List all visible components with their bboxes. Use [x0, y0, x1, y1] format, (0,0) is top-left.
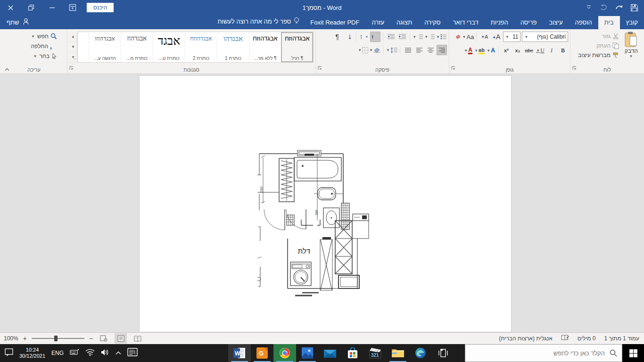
- ltr-text-direction-button[interactable]: ¶: [359, 32, 369, 42]
- style-subtle-emphasis[interactable]: אבגדהוזוהדגשה ע...: [89, 32, 121, 62]
- taskbar-clock[interactable]: 10:24 30/12/2021: [19, 347, 45, 359]
- redo-icon[interactable]: [612, 1, 626, 14]
- document-page[interactable]: 230 389: [139, 75, 512, 332]
- multilevel-list-button[interactable]: ai▼: [413, 32, 423, 42]
- superscript-button[interactable]: x²: [501, 45, 512, 56]
- borders-button[interactable]: ▼: [358, 45, 368, 55]
- zoom-slider[interactable]: [32, 338, 84, 339]
- line-spacing-button[interactable]: ▼: [386, 45, 397, 55]
- justify-button[interactable]: [403, 45, 413, 55]
- tab-references[interactable]: הפניות: [485, 16, 514, 29]
- align-right-button[interactable]: [437, 45, 447, 55]
- align-center-button[interactable]: [425, 45, 436, 55]
- tell-me-box[interactable]: ספר לי מה אתה רוצה לעשות: [213, 14, 304, 29]
- select-button[interactable]: בחר▼: [9, 52, 58, 60]
- zoom-slider-thumb[interactable]: [54, 336, 58, 341]
- zoom-to-page-icon[interactable]: [98, 333, 110, 344]
- font-color-button[interactable]: A▼: [463, 45, 473, 56]
- style-subtitle[interactable]: אבגדהוזכותרת מ...: [121, 32, 153, 62]
- collapse-ribbon-icon[interactable]: [5, 67, 9, 72]
- taskbar-search[interactable]: [465, 344, 622, 362]
- zoom-out-button[interactable]: −: [89, 335, 93, 342]
- word-count[interactable]: 0 מילים: [578, 335, 596, 342]
- clear-formatting-button[interactable]: A: [451, 32, 462, 42]
- start-button[interactable]: [622, 344, 644, 362]
- tab-design[interactable]: עיצוב: [543, 16, 569, 29]
- subscript-button[interactable]: x₂: [512, 45, 523, 56]
- proofing-icon[interactable]: [561, 335, 569, 343]
- underline-button[interactable]: U▼: [535, 45, 545, 56]
- font-size-select[interactable]: 11▼: [503, 32, 521, 42]
- show-hidden-icons-chevron[interactable]: [116, 350, 121, 356]
- taskbar-app-explorer[interactable]: [387, 344, 409, 362]
- font-dialog-launcher-icon[interactable]: [451, 64, 455, 72]
- tab-review[interactable]: סקירה: [418, 16, 446, 29]
- volume-icon[interactable]: [101, 349, 109, 358]
- format-painter-button[interactable]: מברשת עיצוב: [577, 51, 620, 59]
- sort-button[interactable]: את: [343, 32, 354, 42]
- tab-help[interactable]: עזרה: [365, 16, 390, 29]
- style-title[interactable]: אבגדכותרת ט...: [153, 32, 185, 62]
- tab-view[interactable]: תצוגה: [390, 16, 418, 29]
- taskbar-app-word[interactable]: W: [228, 344, 251, 362]
- style-normal[interactable]: אבגדהוזח¶ רגיל: [281, 32, 313, 62]
- tab-mailings[interactable]: דברי דואר: [447, 16, 485, 29]
- find-button[interactable]: חפש▼: [9, 33, 58, 40]
- style-heading1[interactable]: אבגדהוכותרת 1: [217, 32, 249, 62]
- taskbar-app-foxit[interactable]: G: [251, 344, 273, 362]
- customize-qat-icon[interactable]: [582, 1, 596, 14]
- taskbar-app-photos[interactable]: [296, 344, 319, 362]
- cut-button[interactable]: גזור: [577, 33, 620, 40]
- language-indicator[interactable]: אנגלית (ארצות הברית): [499, 335, 552, 342]
- print-layout-view-icon[interactable]: [115, 333, 127, 344]
- taskbar-app-chrome[interactable]: [273, 344, 296, 362]
- taskbar-app-edge[interactable]: [409, 344, 432, 362]
- language-switcher[interactable]: ENG: [51, 350, 64, 356]
- styles-expand-icon[interactable]: ▼̲: [69, 52, 77, 63]
- grow-font-button[interactable]: A▲: [491, 32, 502, 42]
- copy-button[interactable]: העתק: [577, 42, 620, 49]
- clipboard-dialog-launcher-icon[interactable]: [572, 64, 577, 72]
- shrink-font-button[interactable]: A▼: [479, 32, 490, 42]
- style-heading2[interactable]: אבגדהוזחכותרת 2: [185, 32, 217, 62]
- paste-button[interactable]: הדבק▼: [620, 31, 642, 59]
- zoom-in-button[interactable]: +: [23, 335, 27, 342]
- read-mode-view-icon[interactable]: [132, 333, 144, 344]
- numbering-button[interactable]: 123▼: [424, 32, 435, 42]
- zoom-level[interactable]: 100%: [4, 335, 18, 342]
- tab-home[interactable]: בית: [598, 16, 620, 29]
- styles-dialog-launcher-icon[interactable]: [69, 64, 74, 72]
- save-icon[interactable]: [627, 1, 641, 14]
- tab-foxit[interactable]: Foxit Reader PDF: [304, 16, 365, 29]
- bullets-button[interactable]: ▼: [436, 32, 447, 42]
- taskbar-app-klite[interactable]: 321: [364, 344, 387, 362]
- news-widget-icon[interactable]: [127, 348, 138, 358]
- font-family-select[interactable]: Calibri (גוף)▼: [522, 32, 568, 42]
- style-no-spacing[interactable]: אבגדהוזח¶ ללא מר...: [249, 32, 281, 62]
- tab-layout[interactable]: פריסה: [514, 16, 543, 29]
- share-button[interactable]: שתף: [7, 18, 30, 26]
- styles-scroll-up-icon[interactable]: ▲: [69, 32, 77, 42]
- action-center-icon[interactable]: [5, 348, 13, 358]
- align-left-button[interactable]: [414, 45, 424, 55]
- increase-indent-button[interactable]: [386, 32, 396, 42]
- tab-file[interactable]: קובץ: [620, 16, 644, 29]
- page-indicator[interactable]: עמוד 1 מתוך 1: [604, 335, 639, 342]
- taskbar-app-mail[interactable]: [319, 344, 341, 362]
- task-view-icon[interactable]: [432, 344, 454, 362]
- bold-button[interactable]: B: [558, 45, 568, 56]
- strikethrough-button[interactable]: abc: [524, 45, 534, 56]
- tab-insert[interactable]: הוספה: [569, 16, 598, 29]
- keyboard-icon[interactable]: [70, 349, 79, 357]
- shading-button[interactable]: ▼: [369, 45, 381, 55]
- paragraph-dialog-launcher-icon[interactable]: [318, 64, 322, 72]
- rtl-text-direction-button[interactable]: ¶: [370, 32, 380, 42]
- decrease-indent-button[interactable]: [397, 32, 407, 42]
- styles-scroll-down-icon[interactable]: ▼: [69, 42, 77, 52]
- wifi-icon[interactable]: *: [85, 349, 95, 358]
- replace-button[interactable]: abac החלפה: [9, 42, 58, 50]
- highlight-button[interactable]: ab▼: [474, 45, 485, 56]
- document-area[interactable]: 230 389: [0, 74, 644, 332]
- change-case-button[interactable]: Aa▼: [463, 32, 473, 42]
- taskbar-search-input[interactable]: [482, 350, 605, 357]
